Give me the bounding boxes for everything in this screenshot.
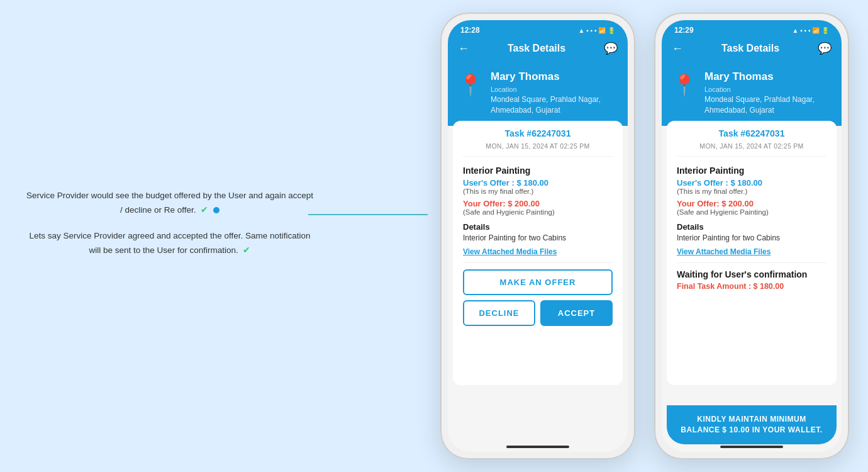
- phone-1-location-label: Location: [491, 86, 618, 93]
- phone-2-location-pin-icon: 📍: [672, 73, 697, 97]
- phones-container: 12:28 ▲ ▪ ▪ ▪ 📶 🔋 ← Task Details 💬 📍 Mar…: [440, 13, 849, 459]
- phone-2-location-label: Location: [704, 86, 832, 93]
- phone-1-details-value: Interior Painting for two Cabins: [463, 233, 613, 242]
- phone-2-header: ← Task Details 💬: [662, 38, 842, 70]
- phone-1-action-buttons: DECLINE ACCEPT: [463, 300, 613, 326]
- phone-1-header-row: ← Task Details 💬: [458, 42, 618, 55]
- phone-2-your-offer: Your Offer: $ 200.00: [677, 199, 826, 208]
- annotation-area: Service Provider would see the budget of…: [25, 189, 314, 269]
- dot-icon: [213, 207, 220, 213]
- phone-1-accept-button[interactable]: ACCEPT: [540, 300, 613, 326]
- phone-1-screen: 12:28 ▲ ▪ ▪ ▪ 📶 🔋 ← Task Details 💬 📍 Mar…: [448, 20, 628, 452]
- phone-2-screen: 12:29 ▲ ▪ ▪ ▪ 📶 🔋 ← Task Details 💬 📍 Mar…: [662, 20, 842, 452]
- phone-2-status-bar: 12:29 ▲ ▪ ▪ ▪ 📶 🔋: [662, 20, 842, 38]
- phone-2: 12:29 ▲ ▪ ▪ ▪ 📶 🔋 ← Task Details 💬 📍 Mar…: [654, 13, 849, 459]
- phone-1-task-card: Task #62247031 MON, JAN 15, 2024 AT 02:2…: [453, 121, 623, 385]
- phone-2-task-card: Task #62247031 MON, JAN 15, 2024 AT 02:2…: [667, 121, 837, 385]
- phone-2-status-icons: ▲ ▪ ▪ ▪ 📶 🔋: [793, 27, 829, 34]
- phone-2-time: 12:29: [674, 26, 694, 35]
- phone-1-make-offer-button[interactable]: MAKE AN OFFER: [463, 269, 613, 295]
- phone-1-details-label: Details: [463, 222, 613, 232]
- phone-1-decline-button[interactable]: DECLINE: [463, 300, 535, 326]
- phone-1-time: 12:28: [460, 26, 480, 35]
- phone-2-task-number: Task #62247031: [677, 128, 826, 138]
- phone-2-your-offer-note: (Safe and Hygienic Painting): [677, 208, 826, 216]
- phone-1-header: ← Task Details 💬: [448, 38, 628, 70]
- phone-2-chat-icon[interactable]: 💬: [818, 42, 832, 55]
- phone-1-your-offer-note: (Safe and Hygienic Painting): [463, 208, 613, 216]
- phone-2-waiting-title: Waiting for User's confirmation: [677, 269, 826, 279]
- check-icon-2: ✔: [243, 243, 250, 257]
- phone-2-home-indicator: [720, 446, 783, 448]
- phone-1-location-pin-icon: 📍: [458, 73, 483, 97]
- phone-2-user-details: Mary Thomas Location Mondeal Square, Pra…: [704, 70, 832, 116]
- phone-1-your-offer: Your Offer: $ 200.00: [463, 199, 613, 208]
- phone-1-location-value: Mondeal Square, Prahlad Nagar, Ahmedabad…: [491, 94, 618, 116]
- phone-1-user-offer: User's Offer : $ 180.00: [463, 178, 613, 188]
- phone-2-header-row: ← Task Details 💬: [672, 42, 832, 55]
- phone-1-task-number: Task #62247031: [463, 128, 613, 138]
- phone-1-title: Task Details: [508, 43, 565, 54]
- phone-2-location-value: Mondeal Square, Prahlad Nagar, Ahmedabad…: [704, 94, 832, 116]
- phone-2-service-title: Interior Painting: [677, 166, 826, 176]
- phone-2-user-info: 📍 Mary Thomas Location Mondeal Square, P…: [662, 70, 842, 126]
- phone-2-view-media[interactable]: View Attached Media Files: [677, 247, 826, 263]
- phone-2-bottom-banner: KINDLY MAINTAIN MINIMUM BALANCE $ 10.00 …: [667, 405, 837, 444]
- phone-1-home-indicator: [506, 446, 569, 448]
- phone-1-user-name: Mary Thomas: [491, 70, 618, 83]
- phone-1-chat-icon[interactable]: 💬: [604, 42, 618, 55]
- phone-1-user-details: Mary Thomas Location Mondeal Square, Pra…: [491, 70, 618, 116]
- phone-2-title: Task Details: [721, 43, 779, 54]
- phone-2-details-label: Details: [677, 222, 826, 232]
- phone-2-back-button[interactable]: ←: [672, 42, 683, 55]
- phone-2-final-amount: Final Task Amount : $ 180.00: [677, 282, 826, 291]
- connector-line: [308, 214, 428, 215]
- check-icon-1: ✔: [201, 203, 208, 216]
- phone-2-details-value: Interior Painting for two Cabins: [677, 233, 826, 242]
- phone-1-status-icons: ▲ ▪ ▪ ▪ 📶 🔋: [579, 27, 615, 34]
- phone-2-user-name: Mary Thomas: [704, 70, 832, 83]
- phone-1-user-info: 📍 Mary Thomas Location Mondeal Square, P…: [448, 70, 628, 126]
- phone-1-view-media[interactable]: View Attached Media Files: [463, 247, 613, 263]
- phone-1-datetime: MON, JAN 15, 2024 AT 02:25 PM: [463, 142, 613, 157]
- phone-1: 12:28 ▲ ▪ ▪ ▪ 📶 🔋 ← Task Details 💬 📍 Mar…: [440, 13, 635, 459]
- phone-2-user-offer: User's Offer : $ 180.00: [677, 178, 826, 188]
- phone-2-waiting-section: Waiting for User's confirmation Final Ta…: [677, 269, 826, 291]
- annotation-text-1: Service Provider would see the budget of…: [25, 189, 314, 216]
- phone-1-status-bar: 12:28 ▲ ▪ ▪ ▪ 📶 🔋: [448, 20, 628, 38]
- annotation-text-2: Lets say Service Provider agreed and acc…: [25, 229, 314, 257]
- phone-2-offer-note: (This is my final offer.): [677, 188, 826, 195]
- phone-1-offer-note: (This is my final offer.): [463, 188, 613, 195]
- phone-2-datetime: MON, JAN 15, 2024 AT 02:25 PM: [677, 142, 826, 157]
- phone-1-back-button[interactable]: ←: [458, 42, 469, 55]
- phone-1-service-title: Interior Painting: [463, 166, 613, 176]
